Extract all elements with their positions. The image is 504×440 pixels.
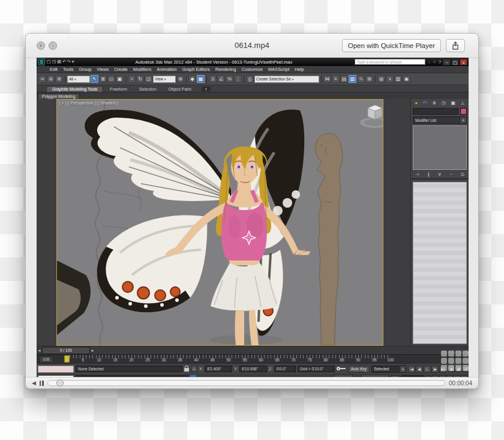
previous-frame-button[interactable]: ◀| [416,366,423,373]
select-object-icon[interactable]: ↖ [91,75,98,83]
mirror-icon[interactable]: ⋈ [323,75,331,83]
edit-named-selections-icon[interactable]: {} [246,75,254,83]
selection-set-dropdown[interactable]: Selected ▾ [371,366,406,373]
mini-curve-editor-icon[interactable]: ⊟⊞ [39,356,53,363]
auto-key-button[interactable]: Auto Key [348,366,370,373]
ribbon-tab-freeform[interactable]: Freeform [104,86,132,92]
maxscript-mini-listener-pink[interactable] [38,366,74,373]
video-frame[interactable]: S ▢◳▤↶↷▾ Autodesk 3ds Max 2012 x64 - Stu… [37,58,469,379]
render-setup-icon[interactable]: ◑ [386,75,394,83]
progress-bar[interactable] [47,380,445,386]
angle-snap-icon[interactable]: ∠ [217,75,225,83]
material-editor-icon[interactable]: ◍ [377,75,385,83]
close-button[interactable]: × [460,59,467,65]
timeline-ruler[interactable]: ⊟⊞ 5101520253035404550556065707580859095… [37,354,469,363]
redo-icon[interactable]: ↷ [67,59,71,64]
share-button[interactable] [446,39,465,52]
render-production-icon[interactable]: ◉ [403,75,410,83]
menu-create[interactable]: Create [114,67,128,72]
utilities-tab[interactable]: ⊥ [461,100,465,107]
modifier-list-dropdown[interactable]: Modifier List ▾ [413,116,467,124]
menu-tools[interactable]: Tools [63,67,74,72]
ribbon-tab-selection[interactable]: Selection [134,86,162,92]
make-unique-button[interactable]: ∀ [438,172,441,177]
play-button[interactable]: ▷ [424,366,431,373]
pause-button[interactable] [40,381,44,386]
menu-rendering[interactable]: Rendering [215,67,236,72]
percent-snap-icon[interactable]: % [226,75,233,83]
modifier-stack[interactable] [413,125,467,170]
menu-views[interactable]: Views [97,67,109,72]
snaps-toggle-icon[interactable]: 3 [209,75,217,83]
show-end-result-button[interactable]: ∥ [428,172,430,177]
bind-to-spacewarp-icon[interactable]: ≋ [55,75,63,83]
time-slider[interactable] [64,355,70,363]
hierarchy-tab[interactable]: ⋔ [432,100,436,107]
menu-animation[interactable]: Animation [157,67,176,72]
menu-graph-editors[interactable]: Graph Editors [182,67,210,72]
coord-field-y-[interactable]: 6'10.958" [239,366,267,372]
open-file-icon[interactable]: ◳ [52,59,56,64]
polygon-modeling-tab[interactable]: Polygon Modeling [38,93,80,99]
window-crossing-icon[interactable]: ▣ [116,75,124,83]
selection-filter-dropdown[interactable]: All▾ [67,76,90,83]
unlink-selection-icon[interactable]: ⊘ [47,75,55,83]
rendered-frame-icon[interactable]: ▥ [394,75,402,83]
communication-center-icon[interactable]: ◌ [428,60,430,64]
restore-button[interactable]: ▢ [451,59,459,65]
motion-tab[interactable]: ◷ [442,100,446,107]
perspective-viewport[interactable]: [ + ] [ Perspective ] [ Shaded ] [56,99,383,346]
object-name-field[interactable] [413,108,458,115]
object-color-swatch[interactable] [460,108,467,115]
menu-modifiers[interactable]: Modifiers [133,67,151,72]
search-input[interactable]: Type a keyword or phrase [355,59,425,65]
menu-help[interactable]: Help [295,67,304,72]
reference-coordinate-dropdown[interactable]: View▾ [153,76,176,83]
coord-field-x-[interactable]: 8'2.409" [205,366,232,372]
select-and-move-icon[interactable]: + [128,75,136,83]
create-tab[interactable]: ● [415,100,418,107]
select-and-manipulate-icon[interactable]: ◆ [188,75,196,83]
schematic-view-icon[interactable]: ⊞ [365,75,373,83]
ribbon-tab-object-paint[interactable]: Object Paint [163,86,197,92]
curve-editor-icon[interactable]: ∿ [357,75,365,83]
selection-region-icon[interactable]: ▭ [107,75,115,83]
minimize-button[interactable]: − [443,59,451,65]
remove-modifier-button[interactable]: ◔ [449,172,452,176]
next-frame-arrow[interactable]: ► [90,349,95,352]
save-file-icon[interactable]: ▤ [57,59,61,64]
align-icon[interactable]: ≡ [332,75,340,83]
go-to-start-button[interactable]: |◀ [408,366,415,373]
menu-customize[interactable]: Customize [241,67,262,72]
rewind-button[interactable]: ◀ [32,380,36,386]
pin-stack-button[interactable]: ⊣ [415,172,419,177]
ribbon-tab-graphite-modeling-tools[interactable]: Graphite Modeling Tools [46,86,103,92]
ribbon-toggle-icon[interactable]: ▧ [349,75,356,83]
layer-manager-icon[interactable]: ▤ [340,75,348,83]
select-and-rotate-icon[interactable]: ↻ [136,75,144,83]
display-tab[interactable]: ▣ [451,100,455,107]
named-selection-sets-dropdown[interactable]: Create Selection Se▾ [254,76,319,83]
menu-edit[interactable]: Edit [50,67,58,72]
selection-lock-icon[interactable] [184,368,189,372]
new-file-icon[interactable]: ▢ [47,59,51,64]
modify-tab[interactable]: ◠ [423,100,427,107]
use-pivot-point-icon[interactable]: ⊕ [176,75,184,83]
spinner-snap-icon[interactable]: ⋮ [234,75,242,83]
configure-modifier-sets-button[interactable]: ⊡ [461,172,464,177]
viewport-label[interactable]: [ + ] [ Perspective ] [ Shaded ] [59,100,118,106]
keyboard-shortcut-override-icon[interactable]: ▦ [197,75,205,83]
favorites-icon[interactable]: ☆ [433,59,436,64]
next-frame-button[interactable]: |▶ [431,366,439,373]
menu-group[interactable]: Group [79,67,91,72]
max-logo-icon[interactable]: S [38,58,45,65]
absolute-offset-icon[interactable]: ⊹ [191,366,197,372]
previous-frame-arrow[interactable]: ◄ [37,349,42,352]
coord-field-z-[interactable]: 0'0.0" [274,366,296,372]
menu-maxscript[interactable]: MAXScript [268,67,289,72]
help-icon[interactable]: ? [439,60,441,64]
select-and-link-icon[interactable]: ∞ [38,75,46,83]
select-and-scale-icon[interactable]: ◲ [145,75,152,83]
progress-knob[interactable] [56,379,64,387]
project-dropdown-icon[interactable]: ▾ [72,59,74,64]
